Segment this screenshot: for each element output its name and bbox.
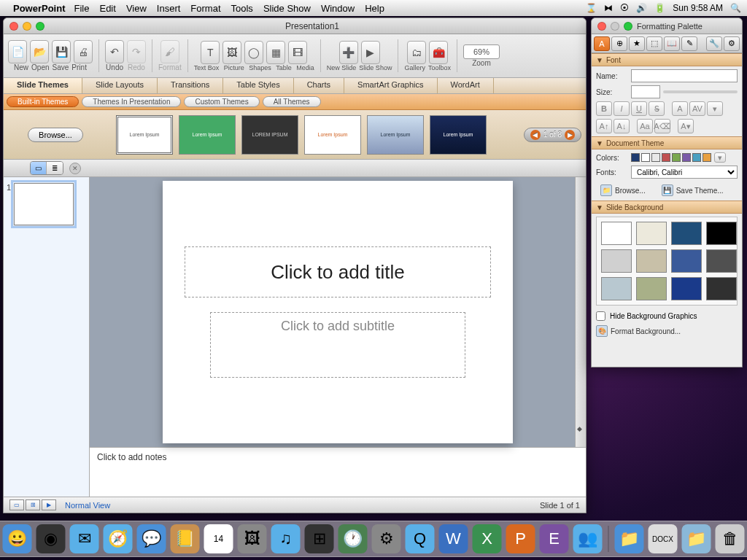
bg-swatch[interactable]	[601, 277, 632, 300]
subtitle-placeholder[interactable]: Click to add subtitle	[210, 312, 465, 378]
font-name-input[interactable]	[631, 69, 738, 82]
zoom-field[interactable]: 69%	[463, 44, 500, 59]
dock-entourage[interactable]: E	[540, 524, 569, 553]
tab-slide-themes[interactable]: Slide Themes	[4, 78, 82, 93]
menu-format[interactable]: Format	[190, 3, 220, 14]
dock-messenger[interactable]: 👥	[573, 524, 603, 553]
palette-tab-object[interactable]: ⬚	[646, 36, 662, 51]
bg-swatch[interactable]	[601, 249, 632, 273]
palette-tab-ref[interactable]: 📖	[664, 36, 680, 51]
dock-dashboard[interactable]: ◉	[36, 524, 66, 553]
format-bg-button[interactable]: 🎨Format Background...	[592, 324, 742, 338]
theme-color-swatches[interactable]	[631, 153, 711, 162]
color-swatch[interactable]	[662, 153, 670, 162]
color-swatch[interactable]	[703, 153, 711, 162]
menu-insert[interactable]: Insert	[157, 3, 181, 14]
toolbox-button[interactable]: 🧰	[429, 41, 448, 64]
slide-canvas[interactable]: Click to add title Click to add subtitle	[163, 181, 513, 443]
theme-fonts-select[interactable]: Calibri, Calibri	[631, 166, 738, 179]
change-case-button[interactable]: Aa	[637, 119, 653, 133]
outline-view-icon[interactable]: ≣	[47, 162, 63, 174]
color-swatch[interactable]	[631, 153, 640, 162]
section-slide-bg[interactable]: ▼ Slide Background	[592, 201, 742, 214]
menu-slideshow[interactable]: Slide Show	[263, 3, 311, 14]
bluetooth-icon[interactable]: ⧓	[604, 3, 613, 13]
bg-swatch[interactable]	[636, 249, 667, 273]
vertical-scrollbar[interactable]	[575, 177, 586, 447]
redo-button[interactable]: ↷	[127, 40, 146, 63]
hide-bg-checkbox[interactable]	[596, 311, 605, 321]
theme-thumb[interactable]: LOREM IPSUM	[241, 115, 298, 155]
dock-mail[interactable]: ✉	[70, 524, 99, 553]
format-button[interactable]: 🖌	[160, 40, 179, 63]
strike-button[interactable]: S̶	[649, 101, 665, 116]
media-button[interactable]: 🎞	[288, 41, 307, 64]
dock-timemachine[interactable]: 🕐	[338, 524, 368, 553]
browse-themes-button[interactable]: Browse...	[28, 128, 83, 142]
table-button[interactable]: ▦	[266, 41, 285, 64]
normal-view-icon[interactable]: ▭	[9, 499, 24, 510]
save-button[interactable]: 💾	[52, 40, 71, 63]
dock-finder[interactable]: 😀	[3, 524, 32, 553]
theme-thumb[interactable]: Lorem Ipsum	[367, 115, 424, 155]
dock-itunes[interactable]: ♫	[271, 524, 301, 553]
sorter-view-icon[interactable]: ⊞	[26, 499, 40, 510]
bg-swatch[interactable]	[706, 249, 737, 273]
theme-thumb[interactable]: Lorem Ipsum	[179, 115, 236, 155]
tab-smartart[interactable]: SmartArt Graphics	[344, 78, 437, 93]
menu-tools[interactable]: Tools	[231, 3, 253, 14]
save-theme-button[interactable]: 💾Save Theme...	[657, 183, 728, 198]
open-button[interactable]: 📂	[30, 40, 49, 63]
char-spacing-button[interactable]: AV	[689, 101, 705, 116]
title-placeholder[interactable]: Click to add title	[185, 246, 491, 298]
slideshow-view-icon[interactable]: ▶	[42, 499, 56, 510]
clock[interactable]: Sun 9:58 AM	[673, 3, 723, 13]
menu-window[interactable]: Window	[321, 3, 355, 14]
bg-swatch[interactable]	[636, 222, 667, 245]
dock-preview[interactable]: 🖼	[238, 524, 267, 553]
bg-swatch[interactable]	[601, 222, 632, 245]
menu-view[interactable]: View	[126, 3, 147, 14]
subtab-custom[interactable]: Custom Themes	[184, 96, 259, 107]
slideshow-button[interactable]: ▶	[361, 41, 380, 64]
window-titlebar[interactable]: Presentation1	[4, 18, 586, 34]
dock-ichat[interactable]: 💬	[137, 524, 166, 553]
color-swatch[interactable]	[692, 153, 701, 162]
new-button[interactable]: 📄	[8, 40, 27, 63]
color-swatch[interactable]	[641, 153, 650, 162]
section-doc-theme[interactable]: ▼ Document Theme	[592, 136, 742, 149]
dock-addressbook[interactable]: 📒	[171, 524, 200, 553]
pager-prev-icon[interactable]: ◀	[530, 130, 541, 140]
theme-thumb[interactable]: Lorem Ipsum	[304, 115, 361, 155]
increase-font-button[interactable]: A↑	[596, 119, 612, 133]
shapes-button[interactable]: ◯	[244, 41, 263, 64]
color-swatch[interactable]	[672, 153, 681, 162]
dock-safari[interactable]: 🧭	[104, 524, 133, 553]
script-menu-icon[interactable]: ⌛	[586, 3, 597, 13]
app-menu[interactable]: PowerPoint	[13, 3, 66, 14]
italic-button[interactable]: I	[614, 101, 630, 116]
font-color-button[interactable]: A	[672, 101, 688, 116]
gallery-button[interactable]: 🗂	[407, 41, 426, 64]
dock-ical[interactable]: 14	[204, 524, 233, 553]
zoom-button[interactable]	[36, 22, 44, 31]
menu-help[interactable]: Help	[365, 3, 384, 14]
dock-spaces[interactable]: ⊞	[305, 524, 334, 553]
spotlight-icon[interactable]: 🔍	[730, 3, 741, 13]
palette-tab-add[interactable]: ⊕	[611, 36, 627, 51]
colors-dropdown-icon[interactable]: ▾	[714, 152, 726, 163]
close-panel-icon[interactable]: ✕	[69, 163, 81, 174]
slide-thumbnail[interactable]	[14, 183, 74, 225]
clear-format-button[interactable]: A⌫	[654, 119, 670, 133]
palette-close-button[interactable]	[597, 22, 606, 31]
menu-edit[interactable]: Edit	[99, 3, 115, 14]
section-font[interactable]: ▼ Font	[592, 53, 742, 66]
underline-button[interactable]: U	[631, 101, 647, 116]
bg-swatch[interactable]	[671, 249, 702, 273]
print-button[interactable]: 🖨	[74, 40, 93, 63]
close-button[interactable]	[9, 22, 18, 31]
palette-tab-custom[interactable]: ★	[629, 36, 645, 51]
color-swatch[interactable]	[682, 153, 691, 162]
volume-icon[interactable]: 🔊	[636, 3, 647, 13]
tab-slide-layouts[interactable]: Slide Layouts	[82, 78, 158, 93]
